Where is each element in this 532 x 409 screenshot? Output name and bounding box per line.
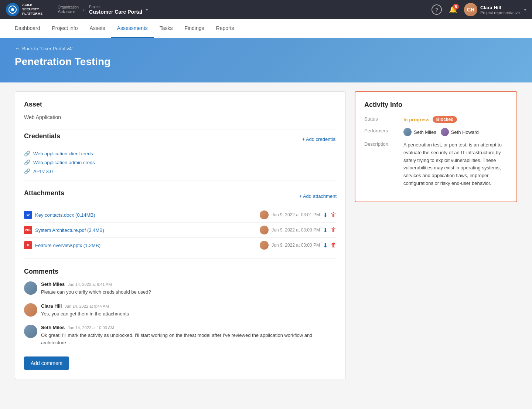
status-row: Status In progress Blocked [364,116,508,123]
nav-reports[interactable]: Reports [210,19,240,38]
add-attachment-button[interactable]: + Add attachment [299,193,337,199]
performers-label: Performers [364,128,398,133]
credentials-header: Credentials + Add credential [24,132,337,146]
performer-avatar-1 [403,128,412,136]
attachment-row-1: W Key contacts.docx (0.14MB) Jun 9, 2022… [24,207,337,223]
commenter-name-2: Clara Hill [41,303,62,309]
breadcrumb-arrow: › [83,7,85,12]
comment-avatar-2 [24,303,37,317]
attachments-section: Attachments + Add attachment W Key conta… [24,189,337,253]
upload-time-1: Jun 9, 2022 at 03:01 PM [272,212,320,217]
file-actions-2: ⬇ 🗑 [323,227,337,234]
download-button-2[interactable]: ⬇ [323,227,328,234]
download-button-1[interactable]: ⬇ [323,212,328,219]
comment-avatar-1 [24,281,37,295]
description-text: A penetration test, or pen test, is an a… [403,141,508,187]
upload-time-3: Jun 9, 2022 at 03:00 PM [272,243,320,248]
notification-button[interactable]: 🔔 5 [448,4,458,15]
project-label: Project [89,5,142,9]
top-nav-left: AGILE SECURITY PLATFORMS Organization Ac… [6,3,148,16]
activity-panel: Activity info Status In progress Blocked… [355,91,517,202]
logo[interactable]: AGILE SECURITY PLATFORMS [6,3,42,16]
org-label: Organization [58,5,79,9]
top-navigation: AGILE SECURITY PLATFORMS Organization Ac… [0,0,532,19]
performers-list: Seth Miles Seth Howard [403,128,483,136]
nav-separator [50,4,50,15]
file-icon-pptx: P [24,241,32,249]
file-name-2[interactable]: System Architecture.pdf (2.4MB) [35,227,260,233]
uploader-avatar-3 [260,241,269,250]
section-divider [24,129,337,129]
performers-row: Performers Seth Miles Seth Howard [364,128,508,136]
comment-time-2: Jun 14, 2022 at 9:44 AM [65,304,109,308]
comment-header-2: Clara Hill Jun 14, 2022 at 9:44 AM [41,303,129,309]
project-dropdown-icon: ▾ [146,8,148,12]
main-content: Asset Web Application Credentials + Add … [0,82,532,388]
file-meta-3: Jun 9, 2022 at 03:00 PM ⬇ 🗑 [260,241,337,250]
attachment-row-3: P Feature overview.pptx (1.2MB) Jun 9, 2… [24,238,337,253]
delete-button-3[interactable]: 🗑 [331,242,337,249]
delete-button-1[interactable]: 🗑 [331,212,337,218]
commenter-name-3: Seth Miles [41,325,65,330]
nav-tasks[interactable]: Tasks [154,19,179,38]
top-nav-right: ? 🔔 5 CH Clara Hill Project representati… [432,3,526,16]
comment-body-2: Clara Hill Jun 14, 2022 at 9:44 AM Yes, … [41,303,129,318]
attachment-row-2: PDF System Architecture.pdf (2.4MB) Jun … [24,223,337,238]
nav-project-info[interactable]: Project info [46,19,84,38]
page-title: Penetration Testing [15,56,517,68]
file-actions-3: ⬇ 🗑 [323,242,337,249]
back-arrow-icon: ← [15,45,20,51]
delete-button-2[interactable]: 🗑 [331,227,337,233]
secondary-navigation: Dashboard Project info Assets Assessment… [0,19,532,38]
user-dropdown-icon: ▾ [524,8,526,12]
credential-link-2[interactable]: Web application admin creds [33,160,95,165]
nav-assessments[interactable]: Assessments [111,19,154,38]
comments-title: Comments [24,268,337,276]
performer-2: Seth Howard [441,128,479,136]
comment-body-1: Seth Miles Jun 14, 2022 at 9:41 AM Pleas… [41,281,151,296]
add-credential-button[interactable]: + Add credential [302,136,337,142]
status-label: Status [364,116,398,122]
file-name-1[interactable]: Key contacts.docx (0.14MB) [35,212,260,218]
nav-dashboard[interactable]: Dashboard [9,19,46,38]
credential-item-3: 🔗 API v 3.0 [24,168,337,174]
performer-name-2: Seth Howard [451,129,479,135]
comment-text-1: Please can you clarify which creds shoul… [41,288,151,296]
user-role: Project representative [480,10,520,15]
comment-1: Seth Miles Jun 14, 2022 at 9:41 AM Pleas… [24,281,337,296]
asset-type: Web Application [24,114,337,120]
nav-assets[interactable]: Assets [84,19,111,38]
credential-item-1: 🔗 Web application client creds [24,151,337,156]
user-info: Clara Hill Project representative [480,5,520,15]
credential-link-1[interactable]: Web application client creds [33,151,93,156]
status-blocked-badge: Blocked [433,116,457,123]
comment-2: Clara Hill Jun 14, 2022 at 9:44 AM Yes, … [24,303,337,318]
comment-time-3: Jun 14, 2022 at 10:03 AM [68,325,114,330]
org-name: Actacare [58,9,79,14]
file-name-3[interactable]: Feature overview.pptx (1.2MB) [35,243,260,248]
comments-section: Comments Seth Miles Jun 14, 2022 at 9:41… [24,268,337,370]
logo-text: AGILE SECURITY PLATFORMS [22,3,42,16]
performer-name-1: Seth Miles [414,129,436,135]
comment-time-1: Jun 14, 2022 at 9:41 AM [68,282,112,287]
file-meta-1: Jun 9, 2022 at 03:01 PM ⬇ 🗑 [260,210,337,219]
file-meta-2: Jun 9, 2022 at 03:00 PM ⬇ 🗑 [260,226,337,234]
user-menu[interactable]: CH Clara Hill Project representative ▾ [464,3,526,16]
nav-findings[interactable]: Findings [179,19,210,38]
commenter-name-1: Seth Miles [41,281,65,287]
back-link[interactable]: ← Back to "User Portal v4" [15,45,517,51]
credentials-section: Credentials + Add credential 🔗 Web appli… [24,132,337,174]
upload-time-2: Jun 9, 2022 at 03:00 PM [272,227,320,233]
project-breadcrumb[interactable]: Project Customer Care Portal ▾ [89,5,148,15]
credential-link-3[interactable]: API v 3.0 [33,169,53,174]
comment-text-2: Yes, you can get them in the attachments [41,310,129,318]
notification-badge: 5 [453,4,459,10]
back-link-text: Back to "User Portal v4" [22,46,74,51]
help-button[interactable]: ? [432,4,442,15]
comment-text-3: Ok great! I'll mark the activity as unbl… [41,332,337,346]
add-comment-button[interactable]: Add comment [24,356,69,370]
left-panel: Asset Web Application Credentials + Add … [15,91,346,379]
section-divider-3 [24,258,337,259]
link-icon-3: 🔗 [24,168,30,174]
download-button-3[interactable]: ⬇ [323,242,328,249]
